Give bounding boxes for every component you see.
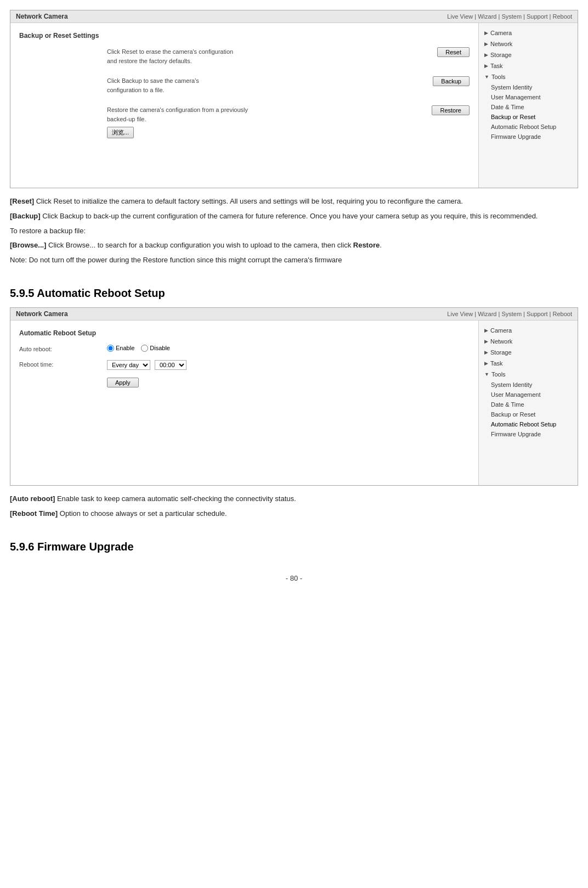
firmware-label: Firmware Upgrade (491, 133, 541, 140)
screenshot2-container: Network Camera Live View | Wizard | Syst… (10, 307, 578, 486)
arrow-icon: ▶ (484, 63, 488, 69)
enable-radio-label[interactable]: Enable (107, 345, 134, 352)
system-identity-label: System Identity (491, 84, 532, 91)
sidebar-user-mgmt-2[interactable]: User Management (479, 390, 578, 400)
sidebar-network-1[interactable]: ▶ Network (479, 38, 578, 49)
enable-radio[interactable] (107, 345, 114, 352)
sidebar-network-2[interactable]: ▶ Network (479, 336, 578, 347)
restore-desc: Restore the camera's configuration from … (107, 105, 421, 123)
restore-row: Restore the camera's configuration from … (19, 105, 470, 138)
sidebar-task-1[interactable]: ▶ Task (479, 60, 578, 71)
auto-reboot-bold-label: [Auto reboot] (10, 494, 55, 503)
time-select[interactable]: 00:00 (155, 360, 186, 370)
arrow-icon: ▶ (484, 339, 488, 344)
cam-body-1: Backup or Reset Settings Click Reset to … (10, 23, 578, 188)
sidebar-network-label-2: Network (490, 338, 512, 345)
sidebar-tools-label-2: Tools (491, 371, 506, 378)
enable-label: Enable (116, 345, 134, 351)
cam-nav-2: Live View | Wizard | System | Support | … (447, 311, 572, 317)
sidebar-system-identity-1[interactable]: System Identity (479, 82, 578, 92)
auto-reboot-field-label: Auto reboot: (19, 345, 107, 352)
section-title-1: Backup or Reset Settings (19, 32, 470, 40)
backup-reset-label-2: Backup or Reset (491, 411, 535, 418)
sidebar-camera-label-2: Camera (490, 327, 512, 334)
sidebar-datetime-1[interactable]: Date & Time (479, 102, 578, 112)
cam-nav-1: Live View | Wizard | System | Support | … (447, 13, 572, 20)
page-footer: - 80 - (0, 564, 588, 592)
arrow-icon: ▶ (484, 52, 488, 58)
reset-button[interactable]: Reset (437, 47, 470, 57)
reboot-time-description-para: [Reboot Time] Option to choose always or… (10, 508, 578, 520)
section-596-heading: 5.9.6 Firmware Upgrade (10, 541, 578, 553)
sidebar-firmware-2[interactable]: Firmware Upgrade (479, 429, 578, 439)
browse-button[interactable]: 浏览... (107, 127, 134, 138)
sidebar-backup-reset-1[interactable]: Backup or Reset (479, 112, 578, 122)
apply-button[interactable]: Apply (107, 378, 139, 387)
date-time-label-2: Date & Time (491, 401, 524, 408)
reboot-time-row: Reboot time: Every day 00:00 (19, 360, 470, 370)
sidebar-system-identity-2[interactable]: System Identity (479, 380, 578, 390)
reset-desc: Click Reset to erase the camera's config… (107, 47, 426, 65)
cam-body-2: Automatic Reboot Setup Auto reboot: Enab… (10, 321, 578, 485)
sidebar-task-2[interactable]: ▶ Task (479, 358, 578, 369)
reset-description-para: [Reset] Click Reset to initialize the ca… (10, 196, 578, 207)
browse-bold-label: [Browse...] (10, 241, 46, 249)
sidebar-camera-label: Camera (490, 30, 512, 36)
firmware-label-2: Firmware Upgrade (491, 431, 541, 437)
every-day-select[interactable]: Every day (107, 360, 150, 370)
arrow-icon: ▶ (484, 30, 488, 36)
restore-intro-para: To restore a backup file: (10, 226, 578, 237)
sidebar-auto-reboot-1[interactable]: Automatic Reboot Setup (479, 122, 578, 132)
sidebar-camera-1[interactable]: ▶ Camera (479, 27, 578, 38)
arrow-down-icon: ▼ (484, 372, 489, 377)
browse-description-para: [Browse...] Click Browse... to search fo… (10, 240, 578, 251)
backup-desc-text: Click Backup to back-up the current conf… (41, 212, 538, 220)
backup-desc: Click Backup to save the camera's config… (107, 76, 422, 94)
user-management-label-2: User Management (491, 391, 541, 398)
system-identity-label-2: System Identity (491, 381, 532, 388)
cam-title-1: Network Camera (16, 13, 68, 20)
arrow-icon: ▶ (484, 350, 488, 355)
description-section-2: [Auto reboot] Enable task to keep camera… (0, 486, 588, 531)
backup-description-para: [Backup] Click Backup to back-up the cur… (10, 211, 578, 222)
reset-row: Click Reset to erase the camera's config… (19, 47, 470, 69)
auto-reboot-row: Auto reboot: Enable Disable (19, 345, 470, 352)
sidebar-tools-1[interactable]: ▼ Tools (479, 71, 578, 82)
sidebar-camera-2[interactable]: ▶ Camera (479, 325, 578, 336)
disable-radio[interactable] (141, 345, 148, 352)
sidebar-network-label: Network (490, 41, 512, 47)
sidebar-task-label-2: Task (490, 360, 503, 367)
disable-radio-label[interactable]: Disable (141, 345, 170, 352)
auto-reboot-description-para: [Auto reboot] Enable task to keep camera… (10, 493, 578, 505)
cam-main-1: Backup or Reset Settings Click Reset to … (10, 23, 479, 188)
cam-header-1: Network Camera Live View | Wizard | Syst… (10, 10, 578, 23)
reset-bold-label: [Reset] (10, 197, 34, 205)
page-number: - 80 - (286, 574, 302, 582)
disable-label: Disable (150, 345, 170, 351)
restore-bold-inline: Restore (353, 241, 380, 249)
screenshot1-container: Network Camera Live View | Wizard | Syst… (10, 10, 578, 188)
section-title-2: Automatic Reboot Setup (19, 329, 470, 337)
sidebar-storage-2[interactable]: ▶ Storage (479, 347, 578, 358)
browse-row: 浏览... (107, 127, 421, 138)
backup-bold-label: [Backup] (10, 212, 41, 220)
reboot-time-bold-label: [Reboot Time] (10, 509, 58, 518)
arrow-icon: ▶ (484, 328, 488, 333)
sidebar-storage-1[interactable]: ▶ Storage (479, 49, 578, 60)
description-section-1: [Reset] Click Reset to initialize the ca… (0, 188, 588, 277)
auto-reboot-desc-text: Enable task to keep camera automatic sel… (55, 494, 296, 503)
auto-reboot-label: Automatic Reboot Setup (491, 123, 556, 130)
restore-button[interactable]: Restore (432, 105, 470, 115)
sidebar-firmware-1[interactable]: Firmware Upgrade (479, 132, 578, 142)
sidebar-user-mgmt-1[interactable]: User Management (479, 92, 578, 102)
auto-reboot-radio-group: Enable Disable (107, 345, 470, 352)
reset-desc-text: Click Reset to initialize the camera to … (34, 197, 463, 205)
sidebar-backup-reset-2[interactable]: Backup or Reset (479, 409, 578, 419)
cam-sidebar-1: ▶ Camera ▶ Network ▶ Storage ▶ Task ▼ To… (479, 23, 578, 188)
sidebar-datetime-2[interactable]: Date & Time (479, 400, 578, 409)
arrow-icon: ▶ (484, 41, 488, 47)
sidebar-tools-2[interactable]: ▼ Tools (479, 369, 578, 380)
sidebar-auto-reboot-2[interactable]: Automatic Reboot Setup (479, 419, 578, 429)
backup-button[interactable]: Backup (433, 76, 470, 86)
backup-row: Click Backup to save the camera's config… (19, 76, 470, 98)
